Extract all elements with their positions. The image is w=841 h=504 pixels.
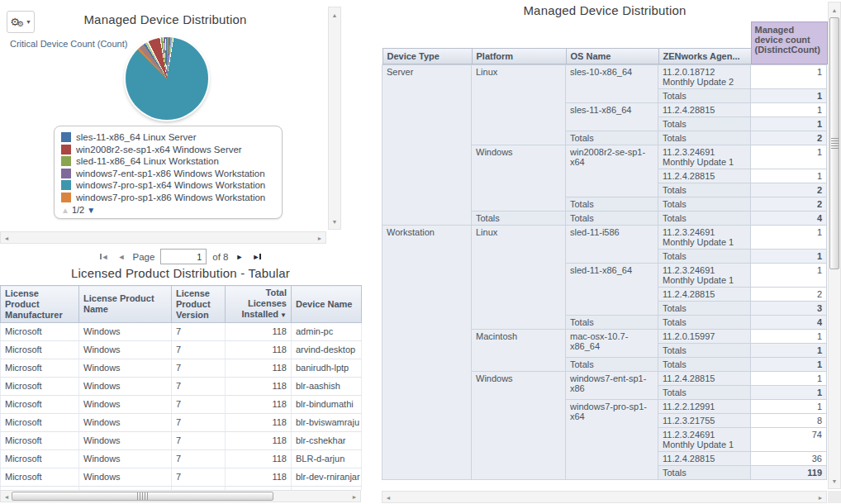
- table-cell: 8: [751, 414, 827, 428]
- table-cell: Totals: [658, 316, 751, 330]
- vscroll-thumb[interactable]: [829, 17, 839, 269]
- managed-panel: Managed Device Distribution Device TypeP…: [0, 0, 841, 504]
- table-cell: Totals: [566, 197, 658, 212]
- table-cell: 11.2.0.15997: [658, 330, 751, 344]
- table-cell: 11.2.4.28815: [658, 169, 751, 183]
- table-cell: windows7-ent-sp1-x86: [566, 372, 658, 400]
- table-cell: sled-11-x86_64: [566, 264, 658, 316]
- table-cell: Totals: [658, 466, 751, 480]
- table-cell: Linux: [472, 226, 566, 330]
- table-cell: 1: [751, 358, 827, 372]
- table-cell: sled-11-i586: [566, 226, 658, 264]
- table-cell: 1: [751, 169, 827, 183]
- table-cell: 1: [751, 103, 827, 117]
- table-cell: 2: [751, 288, 827, 302]
- table-cell: win2008r2-se-sp1-x64: [566, 145, 658, 197]
- table-cell: Totals: [566, 316, 658, 330]
- scroll-up-icon[interactable]: ▲: [829, 4, 840, 16]
- table-cell: sles-10-x86_64: [566, 65, 658, 103]
- table-cell: 2: [751, 183, 827, 197]
- table-cell: Totals: [658, 302, 751, 316]
- table-cell: 2: [751, 131, 827, 145]
- table-cell: 74: [751, 428, 827, 452]
- table-cell: Totals: [472, 212, 566, 226]
- scroll-grip-icon: [831, 138, 839, 149]
- table-cell: 1: [751, 89, 827, 103]
- table-cell: 1: [751, 344, 827, 358]
- measure-header-highlighted: Managed device count (DistinctCount): [751, 21, 828, 64]
- table-cell: 11.2.4.28815: [658, 372, 751, 386]
- table-cell: 11.2.3.24691 Monthly Update 1: [658, 226, 751, 250]
- dashboard: { "pie_panel": { "title": "Managed Devic…: [0, 0, 841, 504]
- managed-table: Device TypePlatformOS NameZENworks Agen.…: [382, 21, 828, 491]
- table-cell: Windows: [472, 145, 566, 212]
- table-cell: 1: [751, 117, 827, 131]
- managed-hscrollbar[interactable]: ◄ ►: [382, 491, 827, 503]
- table-cell: 1: [751, 65, 827, 89]
- table-cell: 2: [751, 197, 827, 212]
- table-cell: Macintosh: [472, 330, 566, 372]
- header-label: ZENworks Agen...: [658, 48, 752, 64]
- table-cell: 1: [751, 264, 827, 288]
- table-cell: Totals: [658, 89, 751, 103]
- table-cell: Totals: [658, 212, 751, 226]
- table-cell: 1: [751, 145, 827, 169]
- header-label: Platform: [472, 48, 567, 64]
- table-cell: 11.2.3.21755: [658, 414, 751, 428]
- table-cell: sles-11-x86_64: [566, 103, 658, 131]
- column-header[interactable]: ZENworks Agen...: [658, 21, 751, 65]
- table-cell: Workstation: [382, 226, 472, 480]
- table-cell: 11.2.3.24691 Monthly Update 1: [658, 428, 751, 452]
- column-header[interactable]: OS Name: [566, 21, 658, 65]
- header-label: Device Type: [382, 48, 473, 64]
- scroll-down-icon[interactable]: ▼: [829, 475, 840, 487]
- table-cell: Totals: [658, 358, 751, 372]
- scroll-left-icon[interactable]: ◄: [382, 492, 394, 503]
- table-cell: 1: [751, 386, 827, 400]
- column-header[interactable]: Device Type: [382, 21, 472, 65]
- header-label: OS Name: [566, 48, 659, 64]
- table-cell: 4: [751, 212, 827, 226]
- table-cell: 1: [751, 330, 827, 344]
- table-row[interactable]: WorkstationLinuxsled-11-i58611.2.3.24691…: [382, 226, 827, 250]
- managed-table-header-row: Device TypePlatformOS NameZENworks Agen.…: [382, 21, 827, 65]
- table-cell: Totals: [658, 183, 751, 197]
- table-cell: windows7-pro-sp1-x64: [566, 400, 658, 480]
- table-cell: 1: [751, 226, 827, 250]
- table-row[interactable]: ServerLinuxsles-10-x86_6411.2.0.18712 Mo…: [382, 65, 827, 89]
- table-cell: 11.2.3.24691 Monthly Update 1: [658, 264, 751, 288]
- table-cell: 1: [751, 400, 827, 414]
- scrollbar-corner: [828, 491, 841, 503]
- table-cell: Totals: [658, 131, 751, 145]
- table-cell: Totals: [566, 358, 658, 372]
- table-cell: Windows: [472, 372, 566, 480]
- table-cell: 11.2.4.28815: [658, 103, 751, 117]
- table-cell: mac-osx-10.7-x86_64: [566, 330, 658, 358]
- scroll-right-icon[interactable]: ►: [815, 492, 826, 503]
- table-cell: 3: [751, 302, 827, 316]
- table-cell: 1: [751, 250, 827, 264]
- table-cell: 1: [751, 372, 827, 386]
- table-cell: Totals: [658, 386, 751, 400]
- table-cell: 119: [751, 466, 827, 480]
- table-cell: 4: [751, 316, 827, 330]
- table-cell: 36: [751, 452, 827, 466]
- table-cell: 11.2.4.28815: [658, 288, 751, 302]
- table-cell: 11.2.3.24691 Monthly Update 1: [658, 145, 751, 169]
- table-cell: Linux: [472, 65, 566, 145]
- table-cell: Totals: [658, 250, 751, 264]
- table-cell: Totals: [566, 131, 658, 145]
- column-header[interactable]: Platform: [472, 21, 566, 65]
- table-cell: 11.2.2.12991: [658, 400, 751, 414]
- table-cell: Totals: [658, 117, 751, 131]
- table-cell: Server: [382, 65, 472, 226]
- column-header[interactable]: Managed device count (DistinctCount): [751, 21, 827, 65]
- managed-panel-title: Managed Device Distribution: [382, 3, 828, 17]
- table-cell: 11.2.0.18712 Monthly Update 2: [658, 65, 751, 89]
- table-cell: Totals: [658, 344, 751, 358]
- table-cell: Totals: [658, 197, 751, 212]
- table-cell: 11.2.4.28815: [658, 452, 751, 466]
- table-cell: Totals: [566, 212, 658, 226]
- managed-vscrollbar[interactable]: ▲ ▼: [828, 2, 841, 489]
